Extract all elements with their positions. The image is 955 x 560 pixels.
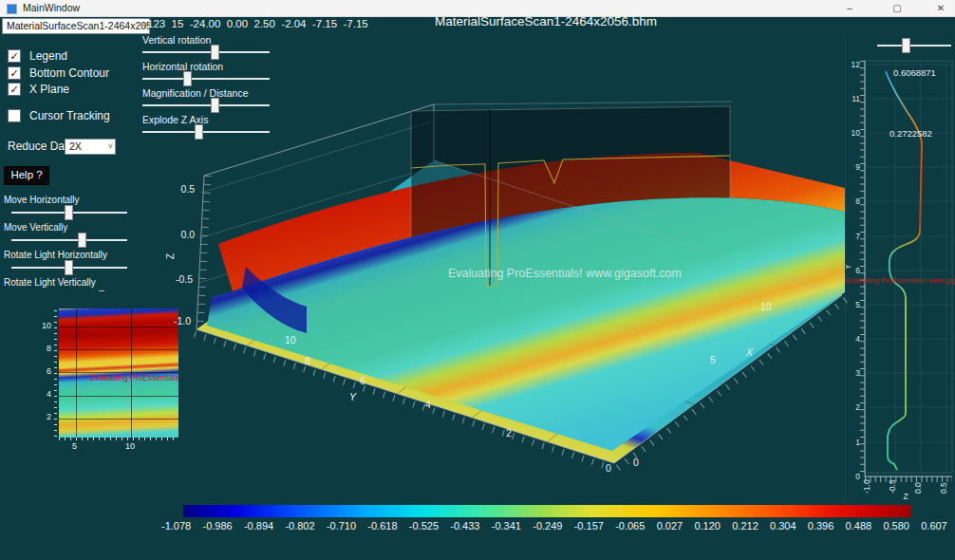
profile-y-tick: 7 bbox=[855, 232, 860, 241]
grid-line bbox=[76, 308, 77, 438]
app-icon bbox=[7, 4, 17, 14]
profile-y-tick: 4 bbox=[855, 334, 860, 344]
profile-x-axis-label: Z bbox=[903, 492, 908, 501]
colorbar-label: 0.027 bbox=[657, 520, 683, 532]
profile-annotation: 0.2722582 bbox=[889, 128, 932, 139]
z-profile-panel: 0.6068871 0.2722582 12 11 10 9 8 7 6 5 4… bbox=[845, 38, 955, 501]
colorbar-label: -0.249 bbox=[533, 520, 562, 532]
reduce-data-dropdown[interactable]: 2X ˅ bbox=[65, 139, 116, 155]
colorbar-label: -0.157 bbox=[574, 520, 604, 532]
x-axis-label: X bbox=[745, 346, 754, 358]
minimize-button[interactable]: – bbox=[835, 0, 864, 16]
colorbar-label: -0.525 bbox=[409, 520, 439, 532]
profile-x-tick: 0.0 bbox=[913, 482, 923, 494]
y-tick-label: 6 bbox=[360, 375, 365, 386]
profile-y-tick: 3 bbox=[855, 368, 860, 378]
slider-thumb[interactable] bbox=[78, 233, 86, 248]
y-tick-label: 10 bbox=[285, 334, 296, 345]
x-tick-label: 0 bbox=[633, 457, 639, 468]
minimap-y-tick-label: 6 bbox=[38, 366, 51, 376]
slider-label-rotate-light-vertically: Rotate Light Vertically bbox=[4, 277, 96, 288]
z-axis-label: Z bbox=[166, 252, 176, 259]
y-tick-label: 2 bbox=[506, 427, 512, 439]
checkbox-box[interactable]: ✓ bbox=[8, 109, 21, 122]
profile-y-axis-label: Y bbox=[846, 264, 852, 270]
profile-y-tick: 10 bbox=[852, 128, 861, 138]
profile-y-tick: 1 bbox=[855, 438, 860, 447]
slider-label-move-horizontally: Move Horizontally bbox=[4, 195, 79, 205]
slider-thumb[interactable] bbox=[902, 38, 910, 53]
checkbox-label: X Plane bbox=[29, 83, 69, 96]
move-horizontal-slider[interactable] bbox=[11, 205, 127, 220]
colorbar-label: -0.433 bbox=[450, 520, 479, 532]
checkbox-cursor-tracking[interactable]: ✓ Cursor Tracking bbox=[8, 109, 110, 122]
z-tick-label: 0.5 bbox=[180, 183, 195, 195]
profile-y-tick: 9 bbox=[855, 162, 860, 172]
z-tick-label: -0.5 bbox=[176, 273, 193, 285]
check-icon: ✓ bbox=[9, 50, 18, 62]
checkbox-box[interactable]: ✓ bbox=[8, 49, 21, 63]
colorbar-label: -0.802 bbox=[285, 520, 314, 532]
y-tick-label: 0 bbox=[606, 462, 611, 474]
profile-y-tick: 12 bbox=[852, 60, 861, 69]
profile-y-tick: 0 bbox=[855, 472, 860, 481]
move-vertical-slider[interactable] bbox=[11, 233, 127, 248]
y-tick-label: 4 bbox=[425, 399, 431, 410]
slider-track[interactable] bbox=[877, 45, 951, 47]
file-dropdown[interactable]: MaterialSurfaceScan1-2464x2056.bhm ˅ bbox=[2, 18, 150, 34]
rotate-light-vertical-slider[interactable]: – bbox=[99, 284, 104, 295]
checkbox-box[interactable]: ✓ bbox=[8, 83, 21, 96]
help-button[interactable]: Help ? bbox=[4, 166, 49, 185]
checkbox-label: Cursor Tracking bbox=[29, 109, 110, 122]
rotate-light-horizontal-slider[interactable] bbox=[11, 260, 127, 275]
slider-label-move-vertically: Move Vertically bbox=[4, 222, 67, 233]
bottom-contour-minimap[interactable]: Evaluating ProEssentials! www.gigasoft.c… bbox=[59, 308, 178, 438]
profile-x-tick: -0.5 bbox=[888, 479, 897, 494]
checkbox-x-plane[interactable]: ✓ X Plane bbox=[8, 83, 69, 96]
profile-grid bbox=[865, 61, 952, 473]
profile-y-tick: 2 bbox=[855, 402, 860, 412]
colorbar-label: -0.618 bbox=[367, 520, 397, 532]
plot-border bbox=[865, 61, 952, 473]
slider-track[interactable] bbox=[11, 239, 127, 241]
minimap-y-tick-label: 10 bbox=[38, 321, 51, 330]
x-tick-label: 10 bbox=[760, 301, 772, 312]
colorbar-label: -0.894 bbox=[244, 520, 273, 532]
reduce-data-value: 2X bbox=[69, 140, 82, 152]
minimap-y-tick-label: 8 bbox=[38, 344, 51, 353]
y-axis-label: Y bbox=[349, 391, 357, 402]
colorbar bbox=[183, 505, 910, 517]
y-tick-label: 8 bbox=[305, 355, 310, 366]
checkbox-box[interactable]: ✓ bbox=[8, 66, 21, 80]
checkbox-label: Bottom Contour bbox=[29, 66, 109, 80]
checkbox-legend[interactable]: ✓ Legend bbox=[8, 49, 67, 63]
profile-x-tick: -1.0 bbox=[862, 479, 871, 494]
checkbox-bottom-contour[interactable]: ✓ Bottom Contour bbox=[8, 66, 109, 80]
minimap-x-ticks bbox=[59, 438, 178, 440]
profile-y-tick: 6 bbox=[855, 266, 860, 275]
x-tick-label: 5 bbox=[710, 354, 716, 365]
colorbar-label: 0.304 bbox=[770, 520, 796, 532]
colorbar-label: -0.710 bbox=[327, 520, 356, 532]
colorbar-label: 0.120 bbox=[694, 520, 721, 532]
colorbar-label: 0.488 bbox=[846, 520, 872, 532]
colorbar-label: -0.986 bbox=[202, 520, 232, 532]
watermark: Evaluating ProEssentials! www.gigasoft.c… bbox=[846, 276, 955, 285]
slider-thumb[interactable] bbox=[65, 205, 73, 220]
cursor-readout: 123 15 -24.00 0.00 2.50 -2.04 -7.15 -7.1… bbox=[147, 18, 368, 29]
colorbar-label: 0.212 bbox=[732, 520, 758, 532]
main-window: MainWindow – ▢ ✕ MaterialSurfaceScan1-24… bbox=[0, 0, 955, 560]
chevron-down-icon: ˅ bbox=[108, 140, 113, 153]
surface-3d-plot[interactable]: 0.5 0.0 -0.5 -1.0 Z 10 8 6 4 2 0 Y 0 5 1… bbox=[166, 52, 850, 498]
slider-thumb[interactable] bbox=[65, 260, 73, 275]
maximize-button[interactable]: ▢ bbox=[883, 0, 911, 16]
profile-slider[interactable] bbox=[877, 38, 951, 53]
profile-y-tick: 5 bbox=[855, 300, 860, 309]
z-profile-plot[interactable]: 0.6068871 0.2722582 12 11 10 9 8 7 6 5 4… bbox=[846, 59, 955, 501]
minimap-x-tick-label: 5 bbox=[72, 441, 77, 451]
check-icon: ✓ bbox=[9, 67, 18, 79]
minimap-y-tick-label: 4 bbox=[38, 389, 51, 399]
check-icon: ✓ bbox=[9, 84, 18, 95]
close-button[interactable]: ✕ bbox=[927, 0, 955, 16]
profile-y-tick: 11 bbox=[852, 94, 860, 103]
